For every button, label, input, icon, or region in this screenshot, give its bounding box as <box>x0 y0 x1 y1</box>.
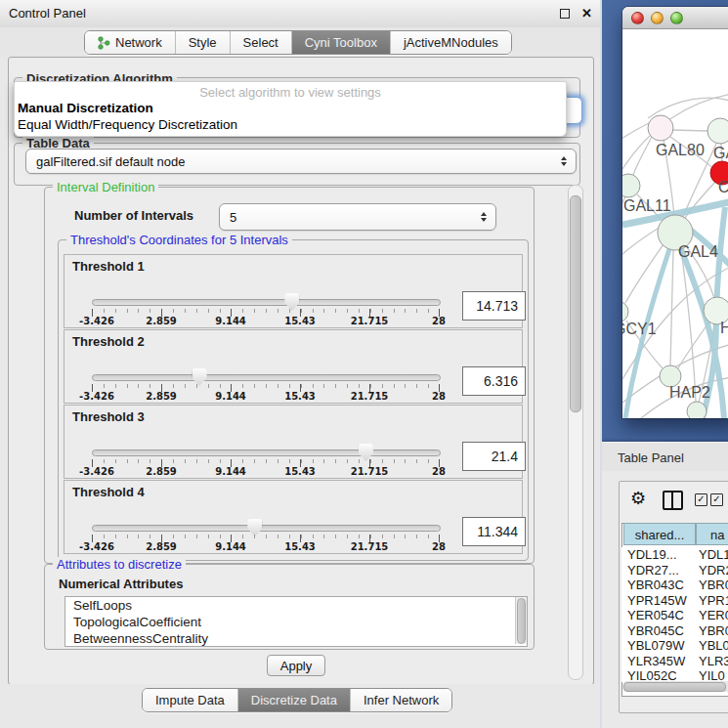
tab-infer-network[interactable]: Infer Network <box>350 689 451 711</box>
threshold-value-field[interactable]: 11.344 <box>462 517 526 546</box>
table-horizontal-scrollbar[interactable] <box>622 681 728 692</box>
table-row[interactable]: YBR043CYBR0 <box>621 578 728 593</box>
table-row[interactable]: YLR345WYLR3 <box>621 654 728 669</box>
network-canvas[interactable]: GAL80GACGAL11GAL4GCY1HHAP2 <box>622 29 728 418</box>
checkbox-icon[interactable]: ✓ <box>695 493 707 506</box>
table-row[interactable]: YPR145WYPR1 <box>621 593 728 609</box>
scale-tick-label: 15.43 <box>284 541 316 552</box>
tab-style[interactable]: Style <box>175 31 230 54</box>
slider-scale-labels: -3.4262.8599.14415.4321.71528 <box>92 541 440 553</box>
scale-tick-label: 28 <box>432 541 446 552</box>
column-header-name[interactable]: na <box>696 523 728 545</box>
column-header-shared-name[interactable]: shared... <box>623 523 696 545</box>
table-row[interactable]: YDR27...YDR2 <box>621 563 728 578</box>
gear-icon[interactable]: ⚙ <box>630 489 646 508</box>
threshold-value-field[interactable]: 14.713 <box>462 291 526 321</box>
scale-tick-label: 9.144 <box>215 391 246 402</box>
threshold-slider-track[interactable] <box>92 450 441 456</box>
scale-tick-label: 15.43 <box>284 316 316 326</box>
network-node-gal11[interactable] <box>622 174 640 197</box>
tab-impute-data[interactable]: Impute Data <box>143 689 237 711</box>
table-panel-title: Table Panel <box>618 450 684 465</box>
threshold-label: Threshold 3 <box>72 409 145 424</box>
cell-name: YDL1 <box>699 547 728 563</box>
scale-tick-label: 28 <box>432 316 446 326</box>
tab-cyni-toolbox[interactable]: Cyni Toolbox <box>291 31 390 54</box>
table-panel-titlebar[interactable]: Table Panel <box>602 442 728 472</box>
table-row[interactable]: YIL052CYIL0 <box>621 668 728 682</box>
tab-discretize-data[interactable]: Discretize Data <box>237 689 350 711</box>
network-window-titlebar[interactable] <box>622 7 728 29</box>
bottom-tab-row: Impute DataDiscretize DataInfer Network <box>0 684 600 728</box>
network-node-label: H <box>720 320 728 336</box>
number-of-intervals-combobox[interactable]: 5 <box>219 203 496 231</box>
table-row[interactable]: YBL079WYBL0 <box>621 638 728 654</box>
table-panel: ⚙ ✓ ✓ shared... na YDL19...YDL1YDR27...Y… <box>602 471 728 728</box>
screen: Control Panel ✕ NetworkStyleSelectCyni T… <box>0 0 728 728</box>
attribute-list-item-betweennesscentrality[interactable]: BetweennessCentrality <box>65 630 527 647</box>
top-tab-row: NetworkStyleSelectCyni ToolboxjActiveMNo… <box>0 27 600 57</box>
tab-select[interactable]: Select <box>230 31 291 54</box>
bottom-tab-bar: Impute DataDiscretize DataInfer Network <box>142 688 452 712</box>
scale-tick-label: 28 <box>432 391 446 402</box>
network-graph[interactable]: GAL80GACGAL11GAL4GCY1HHAP2 <box>622 29 728 418</box>
threshold-panel: Threshold 3 -3.4262.8599.14415.4321.7152… <box>64 405 523 479</box>
network-node[interactable] <box>687 402 707 418</box>
network-node-label: HAP2 <box>669 384 710 401</box>
combo-stepper-icon <box>481 212 487 222</box>
network-node-label: C <box>718 179 728 195</box>
cell-name: YIL0 <box>699 668 728 682</box>
tab-network[interactable]: Network <box>85 31 175 54</box>
tab-jactivemnodules[interactable]: jActiveMNodules <box>390 31 511 54</box>
cell-name: YBL0 <box>699 638 728 654</box>
threshold-label: Threshold 4 <box>72 485 145 499</box>
tab-label: jActiveMNodules <box>404 35 498 50</box>
threshold-value-field[interactable]: 21.4 <box>462 442 526 471</box>
zoom-traffic-light-icon[interactable] <box>670 12 683 24</box>
table-row[interactable]: YBR045CYBR0 <box>621 623 728 639</box>
network-node-gcy1[interactable] <box>622 301 628 322</box>
attribute-list-item-topologicalcoefficient[interactable]: TopologicalCoefficient <box>65 614 527 630</box>
numerical-attributes-list[interactable]: SelfLoopsTopologicalCoefficientBetweenne… <box>64 596 528 647</box>
threshold-slider-track[interactable] <box>92 299 441 306</box>
scrollbar-thumb[interactable] <box>623 682 726 692</box>
tab-label: Style <box>189 35 217 50</box>
close-traffic-light-icon[interactable] <box>631 12 644 24</box>
table-data-combobox[interactable]: galFiltered.sif default node <box>25 149 577 174</box>
scale-tick-label: 21.715 <box>351 316 389 326</box>
dropdown-option-manual-discretization[interactable]: Manual Discretization <box>15 100 566 116</box>
close-panel-button[interactable]: ✕ <box>581 7 592 21</box>
cell-shared-name: YDR27... <box>627 563 679 578</box>
float-panel-button[interactable] <box>558 7 572 21</box>
threshold-panel: Threshold 2 -3.4262.8599.14415.4321.7152… <box>64 329 523 404</box>
apply-button[interactable]: Apply <box>267 655 325 676</box>
threshold-slider-track[interactable] <box>92 374 441 381</box>
threshold-panel: Threshold 1 -3.4262.8599.14415.4321.7152… <box>64 254 523 328</box>
numerical-attributes-label: Numerical Attributes <box>59 577 183 591</box>
attribute-list-item-selfloops[interactable]: SelfLoops <box>65 597 527 614</box>
threshold-coordinates-title: Threshold's Coordinates for 5 Intervals <box>66 233 292 247</box>
cell-name: YER0 <box>699 608 728 623</box>
scale-tick-label: 2.859 <box>146 316 177 326</box>
threshold-value-field[interactable]: 6.316 <box>462 366 526 396</box>
scale-tick-label: 15.43 <box>284 466 316 477</box>
cell-shared-name: YLR345W <box>627 654 685 669</box>
column-layout-icon[interactable] <box>663 491 683 510</box>
settings-scrollbar[interactable] <box>568 185 583 680</box>
network-node-ga[interactable] <box>707 118 728 144</box>
minimize-traffic-light-icon[interactable] <box>651 12 664 24</box>
node-table-container: ⚙ ✓ ✓ shared... na YDL19...YDL1YDR27...Y… <box>619 481 728 713</box>
network-node-gal80[interactable] <box>648 115 673 141</box>
scale-tick-label: -3.426 <box>79 466 114 477</box>
tab-label: Discretize Data <box>251 693 337 707</box>
attributes-list-scrollbar[interactable] <box>515 597 527 644</box>
table-row[interactable]: YDL19...YDL1 <box>621 547 728 563</box>
attributes-group-title: Attributes to discretize <box>53 557 186 572</box>
threshold-slider-track[interactable] <box>92 525 441 532</box>
cell-shared-name: YER054C <box>627 608 684 623</box>
dropdown-option-equal-width-frequency[interactable]: Equal Width/Frequency Discretization <box>15 116 566 133</box>
network-node-label: GAL4 <box>678 243 718 260</box>
table-row[interactable]: YER054CYER0 <box>621 608 728 623</box>
checkbox-icon[interactable]: ✓ <box>710 493 723 506</box>
network-icon <box>98 36 110 50</box>
